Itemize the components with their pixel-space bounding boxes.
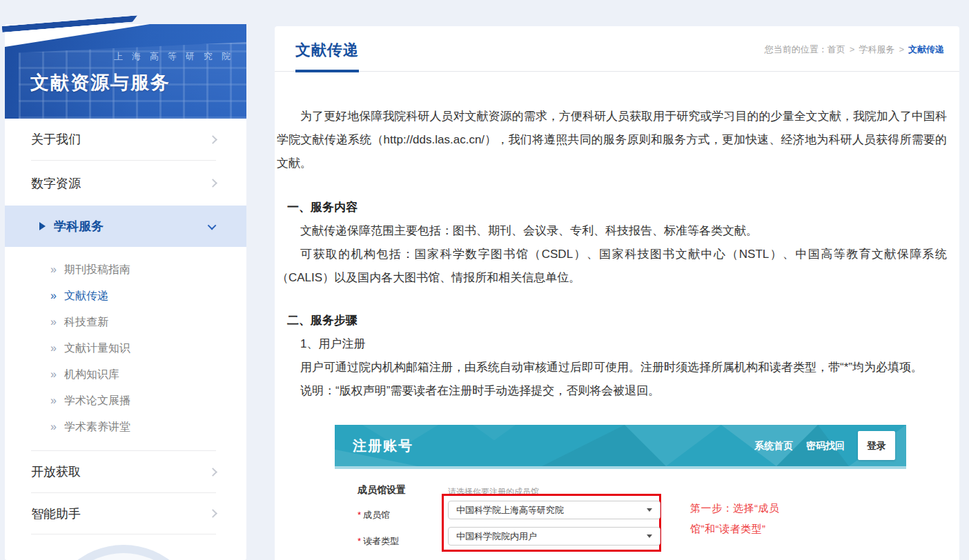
screenshot-login-button: 登录 <box>858 431 895 460</box>
sidebar-item-open-access[interactable]: 开放获取 <box>5 451 246 492</box>
sidebar-title: 文献资源与服务 <box>30 70 170 95</box>
chevron-right-icon <box>208 135 217 144</box>
seal-watermark <box>46 545 201 560</box>
sidebar-subitem-document-delivery[interactable]: » 文献传递 <box>5 283 246 309</box>
sidebar-subitem-label: 学术论文展播 <box>64 394 130 408</box>
sidebar-item-about[interactable]: 关于我们 <box>5 119 246 160</box>
double-angle-icon: » <box>50 394 57 407</box>
paragraph: 可获取的机构包括：国家科学数字图书馆（CSDL）、国家科技图书文献中心（NSTL… <box>277 243 947 290</box>
sidebar-item-ai-assistant[interactable]: 智能助手 <box>5 493 246 534</box>
double-angle-icon: » <box>50 263 57 276</box>
double-angle-icon: » <box>50 368 57 381</box>
breadcrumb-home-link[interactable]: 首页 <box>828 44 845 54</box>
sidebar-subitem-label: 期刊投稿指南 <box>64 263 130 277</box>
screenshot-title: 注册账号 <box>353 434 413 457</box>
breadcrumb-current: 文献传递 <box>908 44 944 54</box>
triangle-right-icon <box>39 222 46 230</box>
chevron-right-icon <box>208 179 217 188</box>
main-content: 文献传递 您当前的位置：首页>学科服务>文献传递 为了更好地保障我院科研人员对文… <box>275 26 959 560</box>
sidebar-subitem-label: 学术素养讲堂 <box>64 420 130 434</box>
sidebar-item-label: 开放获取 <box>31 463 81 480</box>
double-angle-icon: » <box>50 290 57 302</box>
sidebar-item-label: 学科服务 <box>54 218 104 234</box>
sidebar-item-digital-resources[interactable]: 数字资源 <box>5 161 246 206</box>
sidebar-nav: 关于我们 数字资源 学科服务 » 期刊投稿指南 <box>5 119 246 534</box>
sidebar: 上海高等研究院 文献资源与服务 关于我们 数字资源 学科服务 <box>5 24 246 560</box>
member-library-dropdown: 中国科学院上海高等研究院 <box>448 501 660 519</box>
section-heading-service-steps: 二、服务步骤 <box>277 309 947 332</box>
sidebar-subitem-label: 文献计量知识 <box>64 341 130 356</box>
dropdown-arrow-icon <box>647 508 652 512</box>
sidebar-item-label: 智能助手 <box>31 506 81 522</box>
breadcrumb-label: 您当前的位置： <box>765 44 828 54</box>
sidebar-subitem-institutional-repository[interactable]: » 机构知识库 <box>5 361 246 388</box>
sidebar-subitem-bibliometrics[interactable]: » 文献计量知识 <box>5 335 246 361</box>
member-library-value: 中国科学院上海高等研究院 <box>456 499 564 522</box>
reader-type-field-label: *读者类型 <box>358 530 399 553</box>
member-library-field-label: *成员馆 <box>358 503 390 527</box>
reader-type-dropdown: 中国科学院院内用户 <box>448 527 660 546</box>
screenshot-form: 成员馆设置 请选择你要注册的成员馆 *成员馆 中国科学院上海高等研究院 *读者类… <box>335 469 906 558</box>
breadcrumb-separator: > <box>899 44 904 54</box>
member-library-settings-label: 成员馆设置 <box>358 478 406 501</box>
sidebar-banner: 上海高等研究院 文献资源与服务 <box>5 24 246 119</box>
page: 上海高等研究院 文献资源与服务 关于我们 数字资源 学科服务 <box>0 0 969 560</box>
sidebar-subitem-paper-showcase[interactable]: » 学术论文展播 <box>5 388 246 414</box>
required-asterisk: * <box>358 510 361 520</box>
sidebar-item-subject-services[interactable]: 学科服务 <box>5 206 246 247</box>
chevron-right-icon <box>208 509 217 518</box>
paragraph: 说明：“版权声明”需要读者在注册时手动选择提交，否则将会被退回。 <box>277 379 947 403</box>
sidebar-subitem-label: 科技查新 <box>64 315 108 330</box>
breadcrumb-separator: > <box>850 44 855 54</box>
sidebar-subitem-journal-guide[interactable]: » 期刊投稿指南 <box>5 257 246 283</box>
double-angle-icon: » <box>50 421 57 433</box>
chevron-right-icon <box>208 468 217 477</box>
page-title: 文献传递 <box>295 40 359 72</box>
sidebar-subitem-label: 机构知识库 <box>64 368 119 382</box>
step-label: 1、用户注册 <box>277 332 947 356</box>
sidebar-subitem-academic-literacy[interactable]: » 学术素养讲堂 <box>5 414 246 440</box>
building-sign-text: 上海高等研究院 <box>114 50 239 63</box>
section-heading-service-content: 一、服务内容 <box>277 196 947 219</box>
double-angle-icon: » <box>50 342 57 354</box>
sidebar-submenu: » 期刊投稿指南 » 文献传递 » 科技查新 » 文献计量知识 » 机构知识 <box>5 247 246 450</box>
divider <box>31 534 216 534</box>
screenshot-link-system-home: 系统首页 <box>754 434 793 457</box>
embedded-screenshot: 注册账号 系统首页 密码找回 登录 成员馆设置 请选择你要注册的成员馆 *成员馆… <box>335 425 906 558</box>
dropdown-arrow-icon <box>647 534 652 538</box>
step-annotation: 第一步：选择“成员 馆”和“读者类型” <box>690 498 780 539</box>
intro-paragraph: 为了更好地保障我院科研人员对文献资源的需求，方便科研人员获取用于研究或学习目的的… <box>277 105 947 175</box>
paragraph: 用户可通过院内机构邮箱注册，由系统自动审核通过后即可使用。注册时须选择所属机构和… <box>277 356 947 379</box>
breadcrumb: 您当前的位置：首页>学科服务>文献传递 <box>765 43 944 71</box>
paragraph: 文献传递保障范围主要包括：图书、期刊、会议录、专利、科技报告、标准等各类文献。 <box>277 219 947 243</box>
article-body: 为了更好地保障我院科研人员对文献资源的需求，方便科研人员获取用于研究或学习目的的… <box>275 72 959 558</box>
sidebar-item-label: 数字资源 <box>31 175 81 192</box>
page-header: 文献传递 您当前的位置：首页>学科服务>文献传递 <box>275 26 959 72</box>
breadcrumb-section-link[interactable]: 学科服务 <box>859 44 894 54</box>
required-asterisk: * <box>358 536 361 546</box>
sidebar-subitem-label: 文献传递 <box>64 289 108 303</box>
sidebar-subitem-novelty-search[interactable]: » 科技查新 <box>5 309 246 335</box>
screenshot-banner: 注册账号 系统首页 密码找回 登录 <box>335 425 906 469</box>
double-angle-icon: » <box>50 316 57 328</box>
sidebar-item-label: 关于我们 <box>31 131 81 148</box>
chevron-down-icon <box>208 221 217 230</box>
screenshot-link-password-recovery: 密码找回 <box>806 434 845 457</box>
reader-type-value: 中国科学院院内用户 <box>456 525 537 548</box>
